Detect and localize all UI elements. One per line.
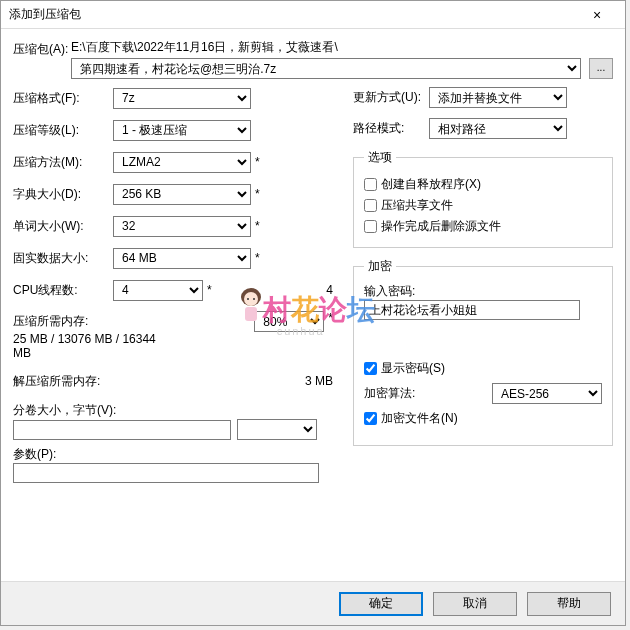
share-checkbox[interactable] xyxy=(364,199,377,212)
mem-decompress-value: 3 MB xyxy=(305,374,333,388)
star-icon: * xyxy=(328,311,333,325)
format-label: 压缩格式(F): xyxy=(13,90,113,107)
sfx-checkbox[interactable] xyxy=(364,178,377,191)
show-password-label: 显示密码(S) xyxy=(381,360,445,377)
cpu-label: CPU线程数: xyxy=(13,282,113,299)
archive-filename-select[interactable]: 第四期速看，村花论坛@想三明治.7z xyxy=(71,58,581,79)
mem-percent-select[interactable]: 80% xyxy=(254,311,324,332)
star-icon: * xyxy=(255,219,260,233)
encrypt-names-checkbox[interactable] xyxy=(364,412,377,425)
star-icon: * xyxy=(255,155,260,169)
algo-select[interactable]: AES-256 xyxy=(492,383,602,404)
archive-path: E:\百度下载\2022年11月16日，新剪辑，艾薇速看\ xyxy=(71,39,613,56)
solid-label: 固实数据大小: xyxy=(13,250,113,267)
show-password-row[interactable]: 显示密码(S) xyxy=(364,360,602,377)
path-mode-select[interactable]: 相对路径 xyxy=(429,118,567,139)
star-icon: * xyxy=(255,187,260,201)
split-label: 分卷大小，字节(V): xyxy=(13,402,333,419)
dict-select[interactable]: 256 KB xyxy=(113,184,251,205)
encryption-legend: 加密 xyxy=(364,258,396,275)
param-label: 参数(P): xyxy=(13,446,333,463)
titlebar: 添加到压缩包 × xyxy=(1,1,625,29)
ok-button[interactable]: 确定 xyxy=(339,592,423,616)
method-label: 压缩方法(M): xyxy=(13,154,113,171)
delete-checkbox[interactable] xyxy=(364,220,377,233)
content-area: 压缩包(A): E:\百度下载\2022年11月16日，新剪辑，艾薇速看\ 第四… xyxy=(1,29,625,493)
update-label: 更新方式(U): xyxy=(353,89,429,106)
sfx-checkbox-row[interactable]: 创建自释放程序(X) xyxy=(364,176,602,193)
cpu-max: 4 xyxy=(326,283,333,297)
share-checkbox-row[interactable]: 压缩共享文件 xyxy=(364,197,602,214)
browse-button[interactable]: ... xyxy=(589,58,613,79)
method-select[interactable]: LZMA2 xyxy=(113,152,251,173)
star-icon: * xyxy=(255,251,260,265)
right-column: 更新方式(U): 添加并替换文件 路径模式: 相对路径 选项 创建自释放程序(X… xyxy=(353,87,613,483)
show-password-checkbox[interactable] xyxy=(364,362,377,375)
dict-label: 字典大小(D): xyxy=(13,186,113,203)
archive-row: 压缩包(A): E:\百度下载\2022年11月16日，新剪辑，艾薇速看\ 第四… xyxy=(13,39,613,79)
solid-select[interactable]: 64 MB xyxy=(113,248,251,269)
word-select[interactable]: 32 xyxy=(113,216,251,237)
mem-decompress-label: 解压缩所需内存: xyxy=(13,373,153,390)
options-fieldset: 选项 创建自释放程序(X) 压缩共享文件 操作完成后删除源文件 xyxy=(353,149,613,248)
share-label: 压缩共享文件 xyxy=(381,197,453,214)
button-bar: 确定 取消 帮助 xyxy=(1,581,625,625)
close-icon[interactable]: × xyxy=(577,7,617,23)
mem-compress-value: 25 MB / 13076 MB / 16344 MB xyxy=(13,332,173,360)
window-title: 添加到压缩包 xyxy=(9,6,577,23)
split-size-input[interactable] xyxy=(13,420,231,440)
update-select[interactable]: 添加并替换文件 xyxy=(429,87,567,108)
dialog-window: 添加到压缩包 × 压缩包(A): E:\百度下载\2022年11月16日，新剪辑… xyxy=(0,0,626,626)
delete-checkbox-row[interactable]: 操作完成后删除源文件 xyxy=(364,218,602,235)
left-column: 压缩格式(F): 7z 压缩等级(L): 1 - 极速压缩 压缩方法(M): L… xyxy=(13,87,333,483)
star-icon: * xyxy=(207,283,212,297)
param-input[interactable] xyxy=(13,463,319,483)
cpu-select[interactable]: 4 xyxy=(113,280,203,301)
path-mode-label: 路径模式: xyxy=(353,120,429,137)
mem-compress-label: 压缩所需内存: xyxy=(13,313,173,330)
encrypt-names-row[interactable]: 加密文件名(N) xyxy=(364,410,602,427)
format-select[interactable]: 7z xyxy=(113,88,251,109)
cancel-button[interactable]: 取消 xyxy=(433,592,517,616)
archive-label: 压缩包(A): xyxy=(13,39,71,58)
help-button[interactable]: 帮助 xyxy=(527,592,611,616)
level-select[interactable]: 1 - 极速压缩 xyxy=(113,120,251,141)
sfx-label: 创建自释放程序(X) xyxy=(381,176,481,193)
word-label: 单词大小(W): xyxy=(13,218,113,235)
encrypt-names-label: 加密文件名(N) xyxy=(381,410,458,427)
delete-label: 操作完成后删除源文件 xyxy=(381,218,501,235)
password-label: 输入密码: xyxy=(364,283,602,300)
options-legend: 选项 xyxy=(364,149,396,166)
password-input[interactable] xyxy=(364,300,580,320)
split-unit-select[interactable] xyxy=(237,419,317,440)
level-label: 压缩等级(L): xyxy=(13,122,113,139)
algo-label: 加密算法: xyxy=(364,385,430,402)
encryption-fieldset: 加密 输入密码: 显示密码(S) 加密算法: AES-256 加密文件名(N) xyxy=(353,258,613,446)
